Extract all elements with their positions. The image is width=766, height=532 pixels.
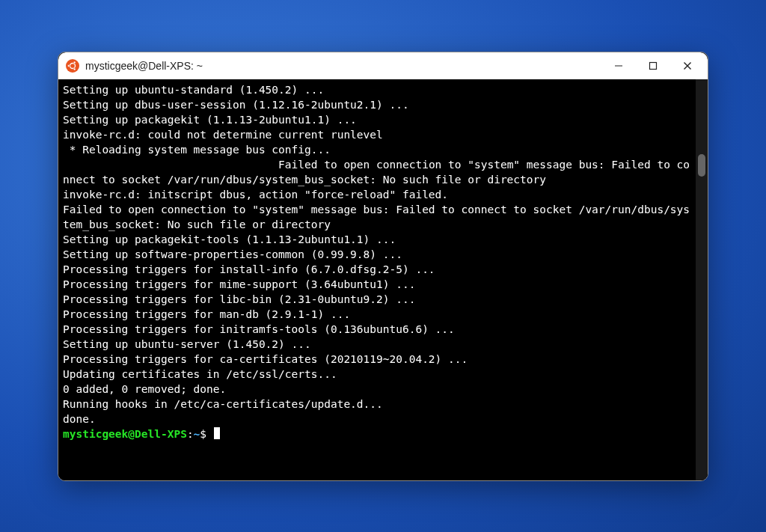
terminal-line: Processing triggers for ca-certificates … bbox=[63, 352, 691, 367]
svg-point-4 bbox=[73, 68, 76, 70]
terminal-line: * Reloading system message bus config... bbox=[63, 142, 691, 157]
close-button[interactable] bbox=[670, 52, 705, 79]
terminal-line: invoke-rc.d: could not determine current… bbox=[63, 127, 691, 142]
terminal-output[interactable]: Setting up ubuntu-standard (1.450.2) ...… bbox=[58, 79, 696, 480]
prompt-colon: : bbox=[187, 428, 194, 440]
terminal-line: Processing triggers for install-info (6.… bbox=[63, 262, 691, 277]
ubuntu-icon bbox=[66, 59, 79, 73]
terminal-line: Setting up packagekit (1.1.13-2ubuntu1.1… bbox=[63, 112, 691, 127]
terminal-area: Setting up ubuntu-standard (1.450.2) ...… bbox=[58, 79, 708, 480]
scrollbar[interactable] bbox=[696, 79, 708, 480]
terminal-line: 0 added, 0 removed; done. bbox=[63, 382, 691, 397]
window-title: mysticgeek@Dell-XPS: ~ bbox=[85, 60, 601, 72]
terminal-line: Processing triggers for libc-bin (2.31-0… bbox=[63, 292, 691, 307]
maximize-button[interactable] bbox=[636, 52, 670, 79]
terminal-line: invoke-rc.d: initscript dbus, action "fo… bbox=[63, 187, 691, 202]
terminal-line: Processing triggers for man-db (2.9.1-1)… bbox=[63, 307, 691, 322]
window-controls bbox=[601, 52, 705, 79]
prompt-dollar: $ bbox=[200, 428, 212, 440]
scrollbar-thumb[interactable] bbox=[698, 154, 705, 177]
prompt-user-host: mysticgeek@Dell-XPS bbox=[63, 428, 187, 440]
terminal-line: Failed to open connection to "system" me… bbox=[63, 202, 691, 232]
terminal-line: Running hooks in /etc/ca-certificates/up… bbox=[63, 397, 691, 412]
svg-point-3 bbox=[73, 61, 76, 63]
terminal-line: Setting up dbus-user-session (1.12.16-2u… bbox=[63, 97, 691, 112]
terminal-line: Updating certificates in /etc/ssl/certs.… bbox=[63, 367, 691, 382]
terminal-line: Setting up software-properties-common (0… bbox=[63, 247, 691, 262]
terminal-line: Setting up packagekit-tools (1.1.13-2ubu… bbox=[63, 232, 691, 247]
titlebar[interactable]: mysticgeek@Dell-XPS: ~ bbox=[58, 52, 708, 79]
svg-point-2 bbox=[67, 64, 70, 67]
terminal-prompt-line[interactable]: mysticgeek@Dell-XPS:~$ bbox=[63, 426, 691, 441]
svg-rect-6 bbox=[650, 62, 657, 69]
terminal-line: Failed to open connection to "system" me… bbox=[63, 157, 691, 187]
terminal-window: mysticgeek@Dell-XPS: ~ Setting up ubuntu… bbox=[58, 52, 708, 481]
cursor bbox=[214, 427, 220, 439]
terminal-line: Processing triggers for mime-support (3.… bbox=[63, 277, 691, 292]
terminal-line: Setting up ubuntu-standard (1.450.2) ... bbox=[63, 82, 691, 97]
terminal-line: Setting up ubuntu-server (1.450.2) ... bbox=[63, 337, 691, 352]
terminal-line: done. bbox=[63, 412, 691, 426]
terminal-line: Processing triggers for initramfs-tools … bbox=[63, 322, 691, 337]
minimize-button[interactable] bbox=[601, 52, 636, 79]
